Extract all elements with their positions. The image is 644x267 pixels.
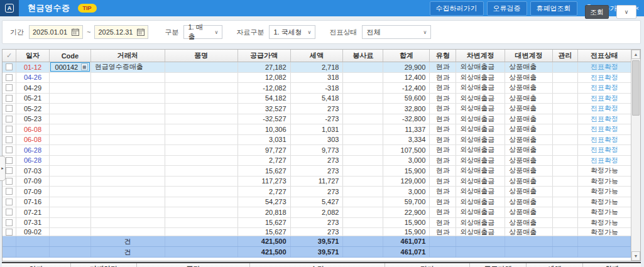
cell-status[interactable]: 확정가능: [578, 187, 631, 197]
cell-item[interactable]: [165, 177, 238, 187]
col-header-supply[interactable]: 공급가액: [238, 50, 291, 62]
cell-status[interactable]: 확정가능: [578, 218, 631, 228]
cell-vendor[interactable]: [91, 166, 165, 176]
cell-item[interactable]: [165, 62, 238, 72]
cell-mgmt[interactable]: [553, 124, 578, 134]
cell-date[interactable]: 07-16: [16, 197, 50, 207]
row-checkbox[interactable]: [3, 187, 16, 197]
cell-code[interactable]: [50, 187, 91, 197]
cell-item[interactable]: [165, 83, 238, 93]
cell-service[interactable]: [343, 207, 383, 217]
row-checkbox[interactable]: [3, 73, 16, 83]
cell-status[interactable]: 전표확정: [578, 62, 631, 72]
cell-service[interactable]: [343, 135, 383, 145]
cell-date[interactable]: 06-28: [16, 156, 50, 166]
table-row[interactable]: 04-26 12,082 318 12,400 현과 외상매출금 상품매출 전표…: [3, 73, 631, 84]
cell-type[interactable]: 현과: [430, 177, 456, 187]
collect-button[interactable]: 수집하러가기: [430, 1, 484, 16]
cell-service[interactable]: [343, 145, 383, 155]
checkbox-icon[interactable]: [6, 167, 13, 174]
cell-supply[interactable]: 117,273: [238, 177, 291, 187]
cell-code[interactable]: [50, 228, 91, 236]
cell-credit[interactable]: 상품매출: [505, 104, 553, 114]
cell-tax[interactable]: 9,773: [291, 145, 344, 155]
cell-total[interactable]: 29,900: [383, 62, 430, 72]
cell-supply[interactable]: 54,273: [238, 197, 291, 207]
vertical-scrollbar[interactable]: ▲ ▼: [631, 50, 640, 261]
cell-date[interactable]: 04-29: [16, 83, 50, 93]
cell-supply[interactable]: 32,527: [238, 104, 291, 114]
checkbox-icon[interactable]: [6, 229, 13, 236]
cell-status[interactable]: 전표확정: [578, 124, 631, 134]
table-row[interactable]: 06-28 97,727 9,773 107,500 현과 외상매출금 상품매출…: [3, 145, 631, 156]
row-checkbox[interactable]: [3, 124, 16, 134]
table-row[interactable]: 05-22 32,527 273 32,800 현과 외상매출금 상품매출 전표…: [3, 104, 631, 114]
cell-service[interactable]: [343, 124, 383, 134]
cell-total[interactable]: 3,000: [383, 187, 430, 197]
cell-type[interactable]: 현과: [430, 228, 456, 236]
calendar-icon[interactable]: [72, 28, 79, 36]
cell-date[interactable]: 07-09: [16, 177, 50, 187]
cell-item[interactable]: [165, 166, 238, 176]
table-row[interactable]: 06-08 3,031 303 3,334 현과 외상매출금 상품매출 전표확정: [3, 135, 631, 146]
cell-supply[interactable]: 54,182: [238, 94, 291, 104]
cell-mgmt[interactable]: [553, 83, 578, 93]
cell-tax[interactable]: 273: [291, 228, 344, 236]
cell-mgmt[interactable]: [553, 156, 578, 166]
scrollbar-thumb[interactable]: [632, 60, 640, 116]
cell-type[interactable]: 현과: [430, 94, 456, 104]
cell-code[interactable]: [50, 73, 91, 83]
cell-mgmt[interactable]: [553, 62, 578, 72]
cell-credit[interactable]: 상품매출: [505, 177, 553, 187]
cell-vendor[interactable]: [91, 197, 165, 207]
checkbox-icon[interactable]: [6, 126, 13, 133]
cell-service[interactable]: [343, 62, 383, 72]
cell-credit[interactable]: 상품매출: [505, 197, 553, 207]
cell-vendor[interactable]: [91, 177, 165, 187]
cell-status[interactable]: 전표확정: [578, 156, 631, 166]
cell-type[interactable]: 현과: [430, 124, 456, 134]
cell-mgmt[interactable]: [553, 114, 578, 124]
col-header-tax[interactable]: 세액: [291, 50, 344, 62]
cell-code[interactable]: [50, 94, 91, 104]
cell-credit[interactable]: 상품매출: [505, 124, 553, 134]
cell-credit[interactable]: 상품매출: [505, 218, 553, 228]
checkbox-icon[interactable]: [6, 199, 13, 205]
cell-type[interactable]: 현과: [430, 83, 456, 93]
cell-service[interactable]: [343, 177, 383, 187]
cell-status[interactable]: 전표확정: [578, 145, 631, 155]
cell-vendor[interactable]: [91, 94, 165, 104]
code-lookup-icon[interactable]: ▦: [81, 63, 88, 70]
table-row[interactable]: 09-02 15,627 273 15,900 현과 외상매출금 상품매출 확정…: [3, 228, 631, 236]
cell-status[interactable]: 확정가능: [578, 207, 631, 217]
cell-date[interactable]: 06-08: [16, 124, 50, 134]
cell-mgmt[interactable]: [553, 177, 578, 187]
scroll-down-icon[interactable]: ▼: [631, 251, 640, 261]
cell-supply[interactable]: 3,031: [238, 135, 291, 145]
cell-debit[interactable]: 외상매출금: [456, 207, 505, 217]
cell-service[interactable]: [343, 114, 383, 124]
cell-type[interactable]: 현과: [430, 73, 456, 83]
cell-tax[interactable]: 273: [291, 166, 344, 176]
cell-credit[interactable]: 상품매출: [505, 187, 553, 197]
cell-tax[interactable]: 11,727: [291, 177, 344, 187]
cell-debit[interactable]: 외상매출금: [456, 94, 505, 104]
cell-supply[interactable]: -12,082: [238, 83, 291, 93]
cell-date[interactable]: 07-21: [16, 207, 50, 217]
cell-vendor[interactable]: [91, 83, 165, 93]
code-input[interactable]: 000142 ▦: [50, 62, 90, 72]
cell-supply[interactable]: 2,727: [238, 156, 291, 166]
cell-total[interactable]: 59,600: [383, 94, 430, 104]
table-row[interactable]: 07-16 54,273 5,427 59,700 현과 외상매출금 상품매출 …: [3, 197, 631, 208]
cell-tax[interactable]: -318: [291, 83, 344, 93]
col-header-vendor[interactable]: 거래처: [91, 50, 165, 62]
cell-mgmt[interactable]: [553, 135, 578, 145]
cell-total[interactable]: 15,900: [383, 166, 430, 176]
cell-service[interactable]: [343, 218, 383, 228]
cell-date[interactable]: 09-02: [16, 228, 50, 236]
cell-status[interactable]: 확정가능: [578, 228, 631, 236]
cell-status[interactable]: 전표확정: [578, 135, 631, 145]
checkbox-icon[interactable]: [6, 188, 13, 195]
table-row[interactable]: 07-03 15,627 273 15,900 현과 외상매출금 상품매출 확정…: [3, 166, 631, 177]
cell-date[interactable]: 05-22: [16, 104, 50, 114]
